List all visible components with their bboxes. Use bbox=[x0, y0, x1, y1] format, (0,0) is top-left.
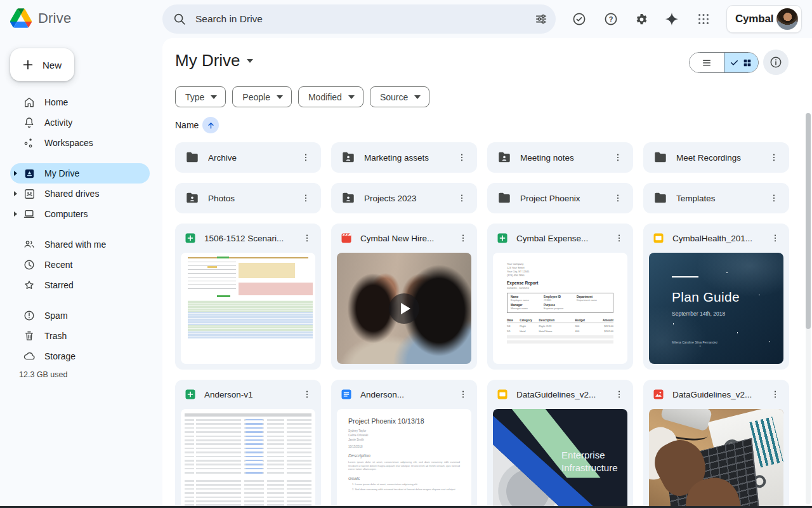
chevron-down-icon bbox=[348, 95, 355, 99]
sidebar-item-workspaces[interactable]: Workspaces bbox=[10, 133, 150, 153]
more-options-button[interactable] bbox=[764, 188, 784, 208]
chevron-down-icon bbox=[211, 95, 217, 99]
new-button[interactable]: New bbox=[10, 48, 74, 81]
file-card-new-hire-video[interactable]: Cymbal New Hire... bbox=[331, 224, 477, 370]
more-options-button[interactable] bbox=[453, 228, 473, 248]
image-preview bbox=[649, 409, 783, 508]
folder-card-templates[interactable]: Templates bbox=[643, 183, 789, 213]
more-options-button[interactable] bbox=[608, 147, 628, 168]
details-button[interactable] bbox=[763, 50, 789, 75]
expand-arrow-icon[interactable] bbox=[14, 171, 17, 176]
sidebar-item-computers[interactable]: Computers bbox=[10, 204, 150, 224]
filter-chip-people[interactable]: People bbox=[232, 86, 292, 107]
folder-card-meet-recordings[interactable]: Meet Recordings bbox=[643, 142, 789, 173]
file-name: Anderson... bbox=[360, 390, 445, 399]
search-input[interactable] bbox=[195, 13, 534, 25]
three-dots-icon bbox=[614, 233, 624, 243]
file-card-scenarios-sheet[interactable]: 1506-1512 Scenari... bbox=[175, 224, 321, 370]
sidebar-item-storage[interactable]: Storage bbox=[10, 346, 150, 366]
sidebar-item-activity[interactable]: Activity bbox=[10, 112, 150, 133]
laptop-icon bbox=[23, 208, 36, 220]
help-button[interactable]: ? bbox=[598, 6, 624, 32]
sidebar: New Home Activity Workspaces My Drive Sh… bbox=[0, 38, 162, 508]
folder-card-project-phoenix[interactable]: Project Phoenix bbox=[487, 183, 633, 213]
sidebar-item-recent[interactable]: Recent bbox=[10, 255, 150, 275]
file-card-anderson-doc[interactable]: Anderson... Project Phoenix 10/13/18 Syd… bbox=[331, 380, 477, 508]
file-card-cymbalhealth-slides[interactable]: CymbalHealth_201... Plan Guide September… bbox=[643, 224, 789, 370]
grid-view-button[interactable] bbox=[724, 53, 759, 72]
more-options-button[interactable] bbox=[296, 188, 316, 208]
spreadsheet-preview bbox=[181, 253, 315, 364]
filter-chip-type[interactable]: Type bbox=[175, 86, 226, 107]
scrollbar-thumb[interactable] bbox=[806, 113, 811, 329]
folder-card-marketing-assets[interactable]: Marketing assets bbox=[331, 142, 477, 173]
more-options-button[interactable] bbox=[765, 384, 785, 404]
sidebar-item-trash[interactable]: Trash bbox=[10, 326, 150, 346]
sidebar-item-home[interactable]: Home bbox=[10, 92, 150, 112]
sidebar-item-shared-drives[interactable]: Shared drives bbox=[10, 184, 150, 204]
list-view-icon bbox=[701, 57, 712, 69]
more-options-button[interactable] bbox=[609, 384, 629, 404]
offline-status-button[interactable] bbox=[566, 6, 592, 32]
document-preview: Project Phoenix 10/13/18 Sydney Taylor C… bbox=[337, 409, 471, 508]
sidebar-item-my-drive[interactable]: My Drive bbox=[10, 163, 150, 184]
folder-card-projects-2023[interactable]: Projects 2023 bbox=[331, 183, 477, 213]
filter-chip-modified[interactable]: Modified bbox=[298, 86, 363, 107]
folder-card-meeting-notes[interactable]: Meeting notes bbox=[487, 142, 633, 173]
top-bar: Drive ? Cymbal bbox=[0, 0, 812, 38]
docs-file-icon bbox=[340, 388, 353, 401]
expand-arrow-icon[interactable] bbox=[14, 191, 17, 196]
sort-control[interactable]: Name bbox=[173, 117, 219, 133]
view-toggle[interactable] bbox=[689, 52, 759, 73]
sidebar-item-label: Shared with me bbox=[44, 239, 106, 250]
arrow-up-icon bbox=[206, 121, 216, 130]
list-view-button[interactable] bbox=[690, 53, 724, 72]
more-options-button[interactable] bbox=[765, 228, 785, 248]
more-options-button[interactable] bbox=[452, 147, 472, 168]
settings-button[interactable] bbox=[629, 6, 654, 32]
page-title[interactable]: My Drive bbox=[175, 51, 253, 70]
sidebar-item-starred[interactable]: Starred bbox=[10, 275, 150, 295]
gemini-button[interactable] bbox=[659, 6, 684, 32]
sort-direction-button[interactable] bbox=[202, 117, 219, 133]
sidebar-item-label: My Drive bbox=[44, 168, 79, 178]
file-card-dataguidelines-image[interactable]: DataGuidelines_v2... bbox=[643, 380, 789, 508]
expand-arrow-icon[interactable] bbox=[14, 211, 17, 217]
sidebar-item-label: Workspaces bbox=[44, 138, 93, 148]
sidebar-item-spam[interactable]: Spam bbox=[10, 305, 150, 326]
more-options-button[interactable] bbox=[296, 147, 316, 168]
search-options-icon[interactable] bbox=[534, 12, 548, 26]
preview-title: Plan Guide bbox=[672, 290, 740, 305]
folder-card-archive[interactable]: Archive bbox=[175, 142, 321, 173]
more-options-button[interactable] bbox=[453, 384, 473, 404]
grid-view-icon bbox=[742, 58, 752, 68]
folder-name: Meet Recordings bbox=[676, 153, 755, 163]
three-dots-icon bbox=[301, 152, 311, 163]
avatar[interactable] bbox=[776, 8, 798, 30]
folder-icon bbox=[497, 191, 511, 205]
scrollbar[interactable] bbox=[806, 113, 811, 504]
folder-name: Project Phoenix bbox=[520, 194, 599, 203]
file-card-expense-sheet[interactable]: Cymbal Expense... Your Company 123 Your … bbox=[487, 224, 633, 370]
account-chip[interactable]: Cymbal bbox=[726, 5, 802, 33]
sidebar-item-label: Spam bbox=[44, 311, 68, 321]
slides-file-icon bbox=[652, 232, 665, 244]
filter-chip-source[interactable]: Source bbox=[370, 86, 429, 107]
more-options-button[interactable] bbox=[452, 188, 472, 208]
file-card-anderson-sheet[interactable]: Anderson-v1 bbox=[175, 380, 321, 508]
more-options-button[interactable] bbox=[608, 188, 628, 208]
more-options-button[interactable] bbox=[764, 147, 784, 168]
drive-logo[interactable]: Drive bbox=[10, 8, 71, 28]
more-options-button[interactable] bbox=[297, 228, 317, 248]
more-options-button[interactable] bbox=[609, 228, 629, 248]
apps-grid-button[interactable] bbox=[691, 6, 716, 32]
apps-grid-icon bbox=[697, 12, 710, 26]
three-dots-icon bbox=[613, 152, 623, 163]
folder-card-photos[interactable]: Photos bbox=[175, 183, 321, 213]
more-options-button[interactable] bbox=[297, 384, 317, 404]
sidebar-item-shared-with-me[interactable]: Shared with me bbox=[10, 234, 150, 255]
search-bar[interactable] bbox=[162, 4, 556, 34]
file-card-dataguidelines-slides[interactable]: DataGuidelines_v2... Enterprise Infrastr… bbox=[487, 380, 633, 508]
play-button[interactable] bbox=[389, 293, 419, 324]
three-dots-icon bbox=[769, 152, 779, 163]
